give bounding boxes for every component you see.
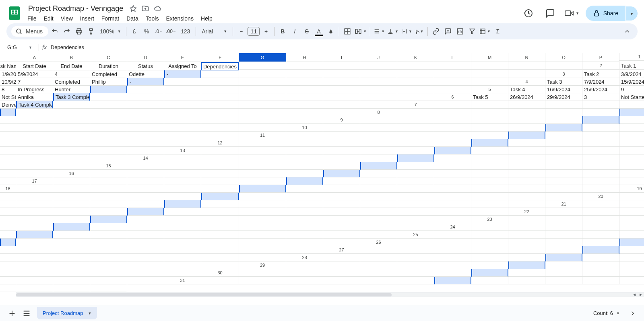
cell-M16[interactable] (545, 170, 582, 177)
cell-K19[interactable] (360, 193, 397, 200)
row-head-3[interactable]: 3 (545, 70, 582, 78)
cell-H4[interactable] (127, 86, 164, 93)
cell-F14[interactable] (360, 154, 397, 162)
cell-K1[interactable] (360, 62, 397, 70)
cell-N18[interactable] (508, 185, 545, 193)
cell-K8[interactable] (90, 116, 127, 124)
cell-C12[interactable] (323, 139, 360, 147)
cell-J30[interactable] (582, 269, 619, 277)
cell-I12[interactable] (545, 139, 582, 147)
cell-J27[interactable] (16, 254, 53, 261)
cell-B14[interactable] (201, 154, 239, 162)
cell-P10[interactable] (201, 132, 239, 139)
cell-H25[interactable] (16, 239, 53, 246)
cell-K7[interactable] (127, 109, 164, 116)
cell-L18[interactable] (434, 185, 471, 193)
menu-format[interactable]: Format (98, 14, 122, 23)
cell-K31[interactable] (582, 277, 619, 284)
cell-A13[interactable] (201, 147, 239, 154)
cell-L2[interactable] (360, 70, 397, 78)
cell-N28[interactable] (127, 261, 164, 269)
cell-J14[interactable] (508, 154, 545, 162)
cell-J11[interactable] (619, 132, 644, 139)
h-scrollbar[interactable] (16, 292, 632, 297)
cell-L7[interactable] (164, 109, 201, 116)
cell-E27[interactable] (508, 246, 545, 254)
cell-P29[interactable] (164, 269, 201, 277)
cell-M31[interactable] (0, 284, 16, 292)
menus-search[interactable]: Menus (11, 26, 48, 37)
cell-M7[interactable] (201, 109, 239, 116)
cell-L15[interactable] (545, 162, 582, 170)
cell-P9[interactable] (239, 124, 286, 132)
cell-A17[interactable] (53, 177, 90, 185)
cell-N6[interactable] (286, 101, 323, 109)
cell-C1[interactable]: End Date (53, 62, 90, 70)
col-head-G[interactable]: G (239, 53, 286, 62)
cell-I15[interactable] (434, 162, 471, 170)
cell-F28[interactable] (508, 254, 545, 261)
cell-K20[interactable] (323, 200, 360, 208)
cell-F4[interactable]: Hunter (53, 86, 90, 93)
cell-P22[interactable] (434, 216, 471, 223)
cell-I20[interactable] (239, 200, 286, 208)
cell-G7[interactable] (0, 109, 16, 116)
cell-B18[interactable] (53, 185, 90, 193)
cell-M2[interactable] (397, 70, 434, 78)
cell-G15[interactable] (360, 162, 397, 170)
cell-I9[interactable] (0, 124, 16, 132)
cell-A4[interactable]: Task 3 (545, 78, 582, 86)
cell-P6[interactable] (360, 101, 397, 109)
cloud-status-icon[interactable] (154, 5, 162, 12)
cell-H28[interactable] (582, 254, 619, 261)
cell-E8[interactable] (545, 109, 582, 116)
cell-E2[interactable]: Completed (90, 70, 127, 78)
cell-H27[interactable] (619, 246, 644, 254)
cell-P3[interactable] (471, 78, 508, 86)
cell-L4[interactable] (286, 86, 323, 93)
cell-O12[interactable] (90, 147, 127, 154)
cell-D10[interactable] (434, 124, 471, 132)
cell-E10[interactable] (471, 124, 508, 132)
cell-D25[interactable] (545, 231, 582, 239)
cell-N5[interactable] (323, 93, 360, 101)
cell-E30[interactable] (397, 269, 434, 277)
cell-C28[interactable] (397, 254, 434, 261)
cell-D17[interactable] (164, 177, 201, 185)
cell-O5[interactable] (360, 93, 397, 101)
cell-J13[interactable] (545, 147, 582, 154)
row-head-1[interactable]: 1 (619, 53, 644, 61)
cell-A30[interactable] (239, 269, 286, 277)
cell-I25[interactable] (53, 239, 90, 246)
cell-C2[interactable]: 5/9/2024 (16, 70, 53, 78)
cell-A26[interactable] (397, 239, 434, 246)
menu-file[interactable]: File (24, 14, 40, 23)
cell-D18[interactable] (127, 185, 164, 193)
cell-M19[interactable] (434, 193, 471, 200)
cell-H14[interactable] (434, 154, 471, 162)
cell-O6[interactable] (323, 101, 360, 109)
col-head-I[interactable]: I (323, 53, 360, 62)
strikethrough-button[interactable]: S (301, 26, 312, 37)
cell-O29[interactable] (127, 269, 164, 277)
comment-button[interactable] (442, 26, 454, 37)
cell-C20[interactable] (16, 200, 53, 208)
cell-H9[interactable] (619, 116, 644, 124)
cell-M22[interactable] (323, 216, 360, 223)
cell-I11[interactable] (582, 132, 619, 139)
cell-G14[interactable] (397, 154, 434, 162)
paint-format-button[interactable] (85, 26, 97, 37)
row-head-15[interactable]: 15 (90, 162, 127, 170)
cell-B28[interactable] (360, 254, 397, 261)
row-head-9[interactable]: 9 (323, 116, 360, 124)
cell-B17[interactable] (90, 177, 127, 185)
cell-A7[interactable] (434, 101, 471, 109)
cell-I10[interactable] (619, 124, 644, 132)
cell-L6[interactable] (201, 101, 239, 109)
collapse-toolbar-button[interactable] (621, 26, 633, 37)
cell-P14[interactable] (53, 162, 90, 170)
cell-L27[interactable] (90, 254, 127, 261)
merge-button[interactable]: ▼ (354, 26, 367, 37)
selection-count[interactable]: Count: 6▼ (593, 310, 620, 316)
cell-C16[interactable] (164, 170, 201, 177)
